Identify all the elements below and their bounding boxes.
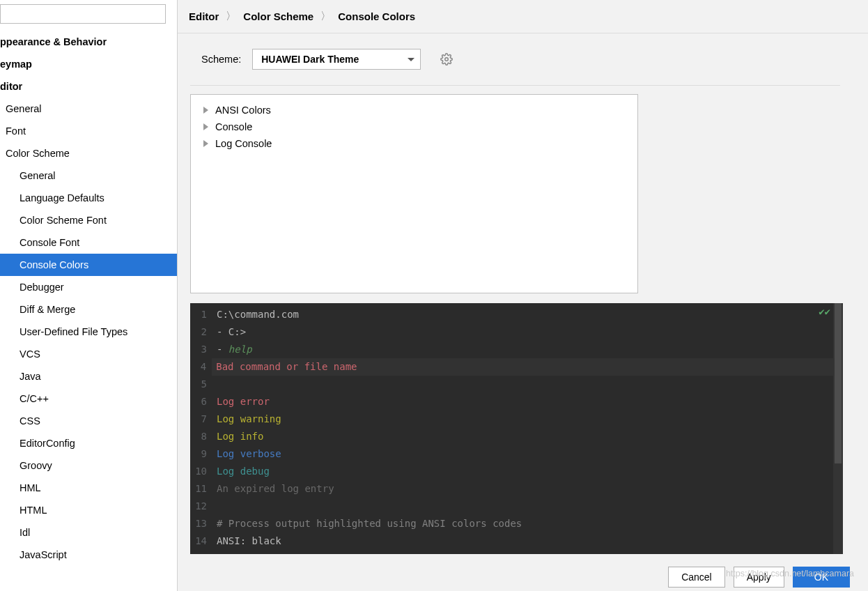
option-ansi-colors[interactable]: ANSI Colors [203, 102, 625, 118]
code-line[interactable]: 12 [190, 498, 843, 515]
line-text [212, 376, 217, 393]
line-number: 11 [190, 480, 212, 498]
code-line[interactable]: 8Log info [190, 428, 843, 445]
line-number: 3 [190, 341, 212, 358]
main-panel: Editor 〉 Color Scheme 〉 Console Colors S… [178, 0, 868, 591]
option-log-console[interactable]: Log Console [203, 135, 625, 152]
line-text: Log info [212, 428, 263, 445]
code-line[interactable]: 4Bad command or file name [190, 358, 843, 376]
code-line[interactable]: 13# Process output highlighted using ANS… [190, 515, 843, 532]
sidebar-item-ppearance-behavior[interactable]: ppearance & Behavior [0, 31, 177, 53]
line-number: 4 [190, 358, 212, 376]
sidebar-item-language-defaults[interactable]: Language Defaults [0, 187, 177, 209]
scheme-row: Scheme: HUAWEI Dark Theme [190, 33, 840, 86]
code-line[interactable]: 7Log warning [190, 410, 843, 428]
line-text: An expired log entry [212, 480, 334, 498]
ok-button[interactable]: OK [793, 567, 850, 588]
line-text: Bad command or file name [212, 358, 843, 376]
sidebar-item-c-c-[interactable]: C/C++ [0, 387, 177, 410]
search-input[interactable] [0, 4, 166, 24]
line-number: 13 [190, 515, 212, 532]
scheme-value: HUAWEI Dark Theme [261, 54, 359, 65]
line-text [212, 498, 217, 515]
line-text: # Process output highlighted using ANSI … [212, 515, 522, 532]
sidebar-item-debugger[interactable]: Debugger [0, 276, 177, 298]
expand-icon [203, 107, 208, 114]
code-line[interactable]: 14ANSI: black [190, 532, 843, 550]
code-line[interactable]: 10Log debug [190, 463, 843, 480]
sidebar-item-console-colors[interactable]: Console Colors [0, 254, 177, 276]
line-number: 10 [190, 463, 212, 480]
cancel-button[interactable]: Cancel [668, 567, 725, 588]
chevron-down-icon [408, 58, 414, 61]
sidebar-item-general[interactable]: General [0, 98, 177, 120]
scrollbar-thumb[interactable] [835, 303, 842, 463]
line-number: 2 [190, 323, 212, 341]
line-text: Log warning [212, 410, 281, 428]
line-text: C:\command.com [212, 306, 299, 323]
expand-icon [203, 123, 208, 130]
sidebar-item-eymap[interactable]: eymap [0, 53, 177, 75]
sidebar-item-diff-merge[interactable]: Diff & Merge [0, 298, 177, 321]
preview-scrollbar[interactable] [833, 303, 843, 554]
breadcrumb-item[interactable]: Editor [189, 10, 219, 22]
line-text: ANSI: black [212, 532, 281, 550]
sidebar-item-user-defined-file-types[interactable]: User-Defined File Types [0, 321, 177, 343]
color-options-tree[interactable]: ANSI ColorsConsoleLog Console [190, 94, 638, 293]
code-line[interactable]: 5 [190, 376, 843, 393]
sidebar-item-font[interactable]: Font [0, 120, 177, 142]
breadcrumb: Editor 〉 Color Scheme 〉 Console Colors [178, 0, 868, 33]
line-number: 5 [190, 376, 212, 393]
line-number: 14 [190, 532, 212, 550]
sidebar-item-groovy[interactable]: Groovy [0, 454, 177, 477]
code-line[interactable]: 1C:\command.com [190, 306, 843, 323]
breadcrumb-item[interactable]: Color Scheme [243, 10, 313, 22]
sidebar-item-html[interactable]: HTML [0, 499, 177, 521]
breadcrumb-separator: 〉 [320, 10, 331, 23]
line-number: 1 [190, 306, 212, 323]
line-number: 12 [190, 498, 212, 515]
sidebar-item-color-scheme-font[interactable]: Color Scheme Font [0, 209, 177, 231]
line-number: 9 [190, 445, 212, 463]
settings-sidebar: ppearance & BehavioreymapditorGeneralFon… [0, 0, 178, 591]
line-text: Log debug [212, 463, 270, 480]
expand-icon [203, 140, 208, 147]
line-text: Log verbose [212, 445, 281, 463]
code-line[interactable]: 2- C:> [190, 323, 843, 341]
sidebar-item-idl[interactable]: Idl [0, 521, 177, 544]
check-icon: ✔✔ [819, 306, 830, 317]
sidebar-item-general[interactable]: General [0, 164, 177, 187]
sidebar-item-color-scheme[interactable]: Color Scheme [0, 142, 177, 164]
code-line[interactable]: 6Log error [190, 393, 843, 410]
console-preview[interactable]: ✔✔ 1C:\command.com2- C:>3- help4Bad comm… [190, 303, 843, 554]
line-text: - C:> [212, 323, 246, 341]
option-label: Log Console [215, 138, 272, 149]
sidebar-item-java[interactable]: Java [0, 365, 177, 387]
line-number: 8 [190, 428, 212, 445]
code-line[interactable]: 9Log verbose [190, 445, 843, 463]
sidebar-item-vcs[interactable]: VCS [0, 343, 177, 365]
line-number: 6 [190, 393, 212, 410]
breadcrumb-item[interactable]: Console Colors [338, 10, 415, 22]
code-line[interactable]: 11An expired log entry [190, 480, 843, 498]
svg-point-0 [445, 58, 449, 61]
sidebar-item-javascript[interactable]: JavaScript [0, 544, 177, 566]
line-text: - help [212, 341, 252, 358]
code-line[interactable]: 3- help [190, 341, 843, 358]
breadcrumb-separator: 〉 [226, 10, 236, 23]
dialog-footer: Cancel Apply OK [668, 563, 850, 591]
option-label: Console [215, 121, 252, 132]
scheme-dropdown[interactable]: HUAWEI Dark Theme [252, 49, 421, 70]
sidebar-item-console-font[interactable]: Console Font [0, 231, 177, 254]
line-text: Log error [212, 393, 270, 410]
sidebar-item-editorconfig[interactable]: EditorConfig [0, 432, 177, 454]
apply-button[interactable]: Apply [734, 567, 784, 588]
line-number: 7 [190, 410, 212, 428]
sidebar-nav[interactable]: ppearance & BehavioreymapditorGeneralFon… [0, 31, 177, 591]
sidebar-item-css[interactable]: CSS [0, 410, 177, 432]
sidebar-item-hml[interactable]: HML [0, 477, 177, 499]
sidebar-item-ditor[interactable]: ditor [0, 75, 177, 98]
scheme-label: Scheme: [201, 54, 241, 65]
gear-icon[interactable] [440, 53, 453, 66]
option-console[interactable]: Console [203, 118, 625, 135]
